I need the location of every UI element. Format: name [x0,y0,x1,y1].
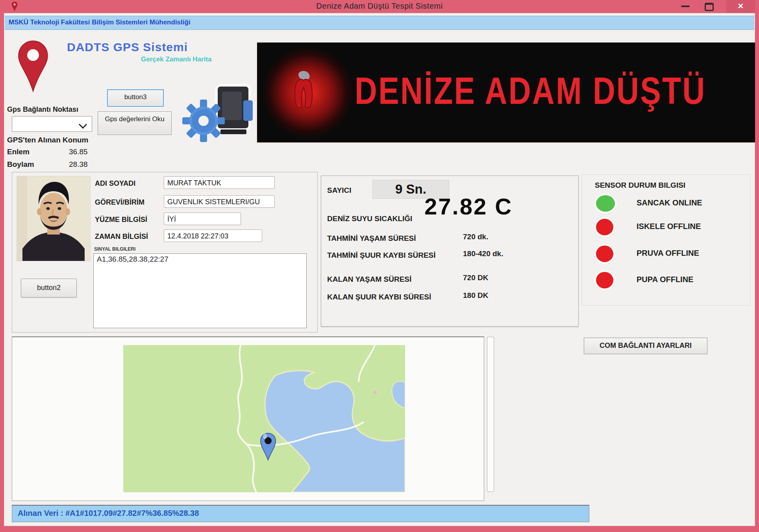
field-label-role: GÖREVİ/BİRİM [95,198,144,207]
close-button[interactable]: ✕ [726,0,755,13]
application-window: Denize Adam Düştü Tespit Sistemi ✕ MSKÜ … [0,0,759,532]
estimated-survival-label: TAHMİNİ YAŞAM SÜRESİ [327,234,416,243]
sensor-led-pupa [596,272,613,288]
sensor-led-pruva [596,246,613,262]
remaining-unconscious-value: 180 DK [463,291,488,300]
sensor-label-pruva: PRUVA OFFLINE [637,249,699,258]
sensor-label-iskele: ISKELE OFFLINE [637,222,701,231]
person-photo [17,176,90,261]
latitude-label: Enlem [7,148,30,156]
window-title: Denize Adam Düştü Tespit Sistemi [0,2,759,11]
gps-port-label: Gps Bağlantı Noktası [7,105,78,114]
estimated-unconscious-value: 180-420 dk. [463,249,503,258]
map-view[interactable] [123,345,405,492]
vertical-scrollbar[interactable] [487,337,494,492]
alert-banner: DENİZE ADAM DÜŞTÜ [256,42,755,144]
map-panel [12,336,484,501]
sea-temperature-label: DENİZ SUYU SICAKLIĞI [327,214,412,223]
longitude-label: Boylam [7,160,34,169]
field-input-swim[interactable]: İYİ [164,212,241,225]
sensor-label-pupa: PUPA OFFLINE [637,275,693,284]
com-settings-button[interactable]: COM BAĞLANTI AYARLARI [584,338,707,354]
life-vest-icon [291,66,316,117]
sensor-label-sancak: SANCAK ONLINE [637,198,702,207]
remaining-survival-value: 720 DK [463,273,488,282]
app-subtitle: Gerçek Zamanlı Harita [141,55,212,63]
remaining-survival-label: KALAN YAŞAM SÜRESİ [327,275,411,284]
alert-text: DENİZE ADAM DÜŞTÜ [355,69,706,113]
field-input-name[interactable]: MURAT TAKTUK [164,176,275,189]
gps-location-title: GPS'ten Alınan Konum [7,136,89,144]
vitals-panel: SAYICI 9 Sn. 27.82 C DENİZ SUYU SICAKLIĞ… [321,175,579,327]
title-bar: Denize Adam Düştü Tespit Sistemi ✕ [0,0,759,13]
latitude-value: 36.85 [69,148,88,156]
longitude-value: 28.38 [69,160,88,169]
received-data-text: Alınan Veri : #A1#1017.09#27.82#7%36.85%… [18,509,199,518]
field-label-time: ZAMAN BİLGİSİ [95,233,148,241]
status-bar: Alınan Veri : #A1#1017.09#27.82#7%36.85%… [12,505,589,522]
gps-port-select[interactable] [12,116,92,132]
maximize-button[interactable] [705,3,714,11]
button2[interactable]: button2 [21,279,77,297]
field-input-role[interactable]: GUVENLIK SISTEMLERI/GU [164,195,275,208]
gps-read-button[interactable]: Gps değerlerini Oku [98,111,172,135]
window-body: MSKÜ Teknoloji Fakültesi Bilişim Sisteml… [4,13,755,526]
app-title: DADTS GPS Sistemi [67,41,188,54]
button3[interactable]: button3 [107,89,164,107]
gps-logo-pin-icon [16,35,50,98]
person-panel: ADI SOYADI MURAT TAKTUK GÖREVİ/BİRİM GUV… [12,172,318,332]
sensor-led-iskele [596,219,613,235]
signal-info-textarea[interactable]: A1,36.85,28.38,22:27 [93,253,307,328]
field-input-time[interactable]: 12.4.2018 22:27:03 [164,229,262,242]
menu-bar: MSKÜ Teknoloji Fakültesi Bilişim Sisteml… [5,16,754,30]
gps-settings-gear-icon [182,83,255,143]
sensor-status-title: SENSOR DURUM BILGISI [595,181,685,190]
field-label-swim: YÜZME BİLGİSİ [95,216,147,224]
menu-item-faculty[interactable]: MSKÜ Teknoloji Fakültesi Bilişim Sisteml… [9,18,191,26]
remaining-unconscious-label: KALAN ŞUUR KAYBI SÜRESİ [327,293,431,301]
estimated-survival-value: 720 dk. [463,233,488,241]
signal-info-label: SINYAL BILGILERI [94,246,135,252]
sensor-status-panel: SENSOR DURUM BILGISI SANCAK ONLINE ISKEL… [582,174,750,306]
field-label-name: ADI SOYADI [95,179,135,188]
sea-temperature-value: 27.82 C [424,193,513,220]
chevron-down-icon [79,120,87,129]
minimize-button[interactable] [681,6,690,7]
counter-label: SAYICI [327,186,352,195]
estimated-unconscious-label: TAHMİNİ ŞUUR KAYBI SÜRESİ [327,251,436,260]
sensor-led-sancak [596,195,615,212]
